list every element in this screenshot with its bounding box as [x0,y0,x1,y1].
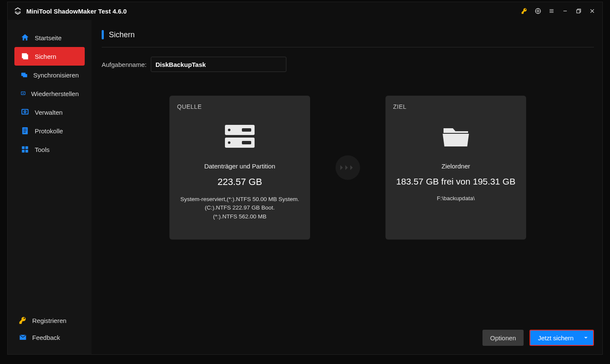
svg-rect-15 [22,110,28,114]
register-label: Registrieren [32,317,67,324]
svg-point-30 [228,141,230,144]
maximize-icon[interactable] [572,4,585,18]
folder-icon [439,122,472,151]
taskname-input[interactable] [151,57,286,72]
source-size: 223.57 GB [217,176,262,188]
sidebar-item-label: Tools [35,146,50,153]
accent-bar [102,30,104,39]
svg-rect-22 [25,146,28,149]
source-card[interactable]: QUELLE Datenträger und Partition 223.57 … [169,96,310,240]
sidebar-item-label: Sichern [35,53,56,60]
svg-rect-21 [22,146,25,149]
register-link[interactable]: Registrieren [12,312,87,329]
backup-now-button[interactable]: Jetzt sichern [530,330,594,346]
sidebar-item-label: Startseite [35,34,61,41]
feedback-link[interactable]: Feedback [12,329,87,346]
app-window: MiniTool ShadowMaker Test 4.6.0 Startse [7,2,603,355]
app-title: MiniTool ShadowMaker Test 4.6.0 [26,8,127,15]
dest-header: ZIEL [393,103,407,110]
svg-rect-24 [25,150,28,152]
dest-path: F:\backupdata\ [434,194,477,203]
sidebar-bottom-links: Registrieren Feedback [8,312,92,348]
sidebar-item-tools[interactable]: Tools [14,140,85,159]
source-subtitle: Datenträger und Partition [204,163,275,170]
sidebar-item-startseite[interactable]: Startseite [14,28,85,47]
taskname-row: Aufgabenname: [102,57,594,72]
caret-down-icon [584,336,588,340]
page-title: Sichern [109,30,135,39]
svg-rect-18 [23,129,26,129]
dest-subtitle: Zielordner [441,163,470,170]
backup-icon [20,52,30,61]
source-header: QUELLE [177,103,202,110]
svg-rect-20 [23,132,26,132]
page-header: Sichern [102,30,594,39]
home-icon [20,33,30,42]
svg-rect-7 [577,10,580,13]
register-key-icon[interactable] [518,4,531,18]
source-details: System-reserviert,(*:).NTFS 50.00 MB Sys… [178,195,302,221]
sidebar: Startseite Sichern Synchronisieren Wiede… [8,20,92,354]
cards-row: QUELLE Datenträger und Partition 223.57 … [102,96,594,240]
sidebar-item-synchronisieren[interactable]: Synchronisieren [14,66,85,84]
mail-icon [19,333,27,342]
logs-icon [20,126,30,135]
disk-icon [223,122,256,151]
sidebar-item-label: Synchronisieren [33,72,79,79]
divider [102,47,594,47]
sidebar-item-protokolle[interactable]: Protokolle [14,121,85,140]
tools-icon [20,145,30,154]
sidebar-item-label: Wiederherstellen [31,90,79,97]
sidebar-item-label: Verwalten [35,109,63,116]
backup-now-label: Jetzt sichern [538,334,574,342]
sidebar-item-wiederherstellen[interactable]: Wiederherstellen [14,84,85,103]
svg-rect-19 [23,130,26,131]
main-content: Sichern Aufgabenname: QUELLE [92,20,602,354]
footer-buttons: Optionen Jetzt sichern [482,330,594,346]
svg-rect-26 [242,128,251,132]
key-icon [19,316,27,325]
sync-icon [20,70,28,80]
close-icon[interactable] [585,4,599,18]
help-icon[interactable] [531,4,545,18]
dest-size: 183.57 GB frei von 195.31 GB [396,176,515,187]
restore-icon [20,89,26,98]
svg-rect-11 [23,54,28,59]
feedback-label: Feedback [32,334,60,341]
sidebar-item-verwalten[interactable]: Verwalten [14,103,85,121]
svg-rect-29 [242,141,251,144]
sidebar-item-label: Protokolle [35,127,63,135]
svg-rect-23 [22,150,25,152]
taskname-label: Aufgabenname: [102,61,147,68]
options-button[interactable]: Optionen [482,330,524,346]
destination-card[interactable]: ZIEL Zielordner 183.57 GB frei von 195.3… [385,96,526,240]
manage-icon [20,108,30,117]
titlebar: MiniTool ShadowMaker Test 4.6.0 [8,2,602,20]
svg-rect-13 [23,74,27,77]
svg-point-16 [24,111,26,113]
menu-icon[interactable] [545,4,558,18]
svg-point-27 [228,129,230,131]
svg-point-1 [537,10,539,12]
arrow-chevrons-icon [336,155,360,180]
sidebar-item-sichern[interactable]: Sichern [14,47,85,66]
app-logo-icon [14,7,22,15]
minimize-icon[interactable] [558,4,572,18]
